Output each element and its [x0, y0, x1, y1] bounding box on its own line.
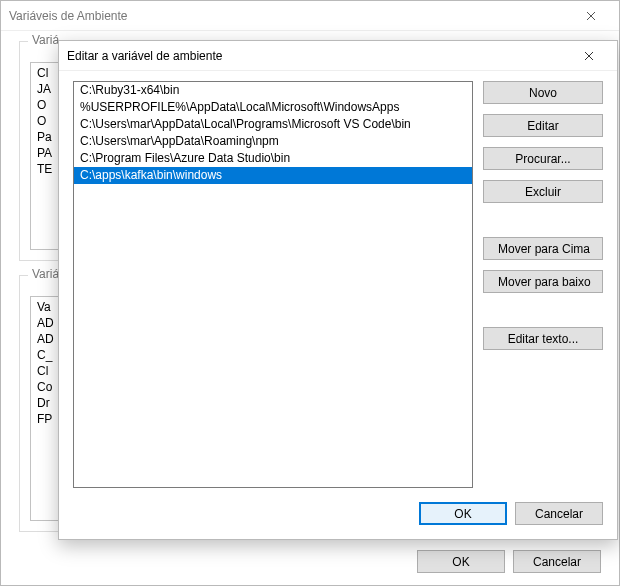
path-row-empty[interactable] — [74, 303, 472, 320]
modal-body: C:\Ruby31-x64\bin%USERPROFILE%\AppData\L… — [59, 71, 617, 539]
path-row-empty[interactable] — [74, 218, 472, 235]
modal-close-button[interactable] — [569, 42, 609, 70]
path-row-empty[interactable] — [74, 388, 472, 405]
path-row-empty[interactable] — [74, 439, 472, 456]
move-up-button[interactable]: Mover para Cima — [483, 237, 603, 260]
parent-ok-button[interactable]: OK — [417, 550, 505, 573]
path-row-empty[interactable] — [74, 422, 472, 439]
path-row[interactable]: %USERPROFILE%\AppData\Local\Microsoft\Wi… — [74, 99, 472, 116]
modal-ok-button[interactable]: OK — [419, 502, 507, 525]
parent-button-row: OK Cancelar — [19, 546, 601, 573]
browse-button[interactable]: Procurar... — [483, 147, 603, 170]
new-button[interactable]: Novo — [483, 81, 603, 104]
path-row[interactable]: C:\Ruby31-x64\bin — [74, 82, 472, 99]
path-list[interactable]: C:\Ruby31-x64\bin%USERPROFILE%\AppData\L… — [73, 81, 473, 488]
path-row-empty[interactable] — [74, 354, 472, 371]
spacer — [483, 213, 603, 227]
path-row-empty[interactable] — [74, 252, 472, 269]
parent-titlebar: Variáveis de Ambiente — [1, 1, 619, 31]
spacer — [483, 303, 603, 317]
edit-button[interactable]: Editar — [483, 114, 603, 137]
path-row-empty[interactable] — [74, 405, 472, 422]
path-row[interactable]: C:\Users\mar\AppData\Local\Programs\Micr… — [74, 116, 472, 133]
path-row[interactable]: C:\Program Files\Azure Data Studio\bin — [74, 150, 472, 167]
path-row-empty[interactable] — [74, 456, 472, 473]
path-row[interactable]: C:\apps\kafka\bin\windows — [74, 167, 472, 184]
path-row-empty[interactable] — [74, 201, 472, 218]
path-row[interactable]: C:\Users\mar\AppData\Roaming\npm — [74, 133, 472, 150]
parent-close-button[interactable] — [571, 2, 611, 30]
path-row-empty[interactable] — [74, 320, 472, 337]
edit-text-button[interactable]: Editar texto... — [483, 327, 603, 350]
path-row-empty[interactable] — [74, 337, 472, 354]
move-down-button[interactable]: Mover para baixo — [483, 270, 603, 293]
modal-footer: OK Cancelar — [73, 488, 603, 525]
modal-side-buttons: Novo Editar Procurar... Excluir Mover pa… — [483, 81, 603, 488]
path-row-empty[interactable] — [74, 286, 472, 303]
delete-button[interactable]: Excluir — [483, 180, 603, 203]
path-row-empty[interactable] — [74, 269, 472, 286]
path-row-empty[interactable] — [74, 371, 472, 388]
parent-cancel-button[interactable]: Cancelar — [513, 550, 601, 573]
path-row-empty[interactable] — [74, 235, 472, 252]
edit-path-dialog: Editar a variável de ambiente C:\Ruby31-… — [58, 40, 618, 540]
path-row-empty[interactable] — [74, 184, 472, 201]
parent-title: Variáveis de Ambiente — [9, 9, 571, 23]
modal-titlebar: Editar a variável de ambiente — [59, 41, 617, 71]
modal-main: C:\Ruby31-x64\bin%USERPROFILE%\AppData\L… — [73, 81, 603, 488]
modal-cancel-button[interactable]: Cancelar — [515, 502, 603, 525]
modal-title: Editar a variável de ambiente — [67, 49, 569, 63]
